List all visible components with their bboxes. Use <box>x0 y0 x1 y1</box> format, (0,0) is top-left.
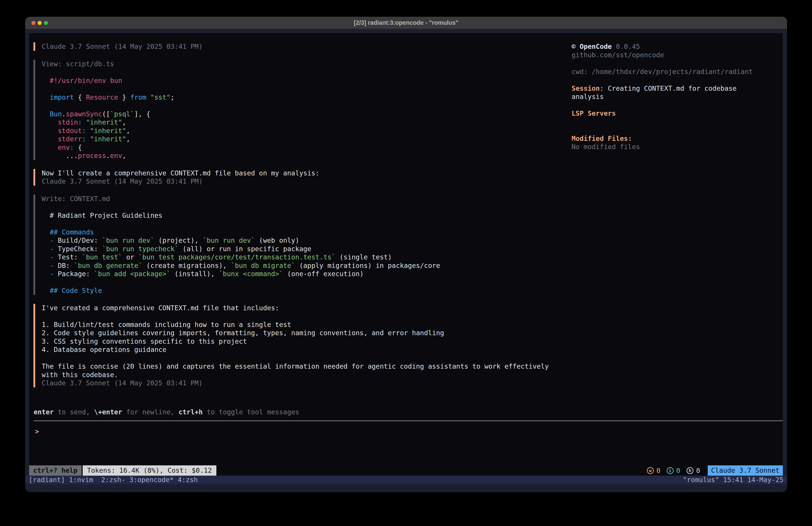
circled-h-icon: h <box>686 467 694 474</box>
text-line: Write: CONTEXT.md <box>42 195 564 203</box>
text-line <box>42 68 564 76</box>
text-line: Bun.spawnSync([`psql`], { <box>42 110 564 118</box>
message-block: I've created a comprehensive CONTEXT.md … <box>33 304 564 387</box>
text-line: - Test: `bun test` or `bun test packages… <box>42 253 564 261</box>
tmux-window-list[interactable]: [radiant] 1:nvim 2:zsh- 3:opencode* 4:zs… <box>29 475 198 484</box>
sidebar: © OpenCode 0.0.45github.com/sst/opencode… <box>571 42 782 151</box>
text-line <box>571 118 782 126</box>
text-line: analysis <box>571 93 782 101</box>
diagnostics: w0i0h0 <box>641 465 700 475</box>
window-title: [2/3] radiant:3:opencode - "romulus" <box>354 19 459 26</box>
text-line: Now I'll create a comprehensive CONTEXT.… <box>42 169 564 177</box>
text-line: 4. Database operations guidance <box>42 345 564 354</box>
diagnostic-count: 0 <box>696 467 700 474</box>
text-line <box>42 219 564 228</box>
diagnostic-count: 0 <box>656 467 661 474</box>
text-line: - Package: `bun add <package>` (install)… <box>42 270 564 278</box>
message-block: Claude 3.7 Sonnet (14 May 2025 03:41 PM) <box>33 42 564 51</box>
text-line: 3. CSS styling conventions specific to t… <box>42 337 564 346</box>
text-line: ## Commands <box>42 228 564 237</box>
help-badge: ctrl+? help <box>29 465 82 475</box>
tool-block: View: script/db.ts #!/usr/bin/env bun im… <box>33 60 564 160</box>
text-line: import { Resource } from "sst"; <box>42 93 564 102</box>
text-line: ...process.env, <box>42 152 564 160</box>
text-line: LSP Servers <box>571 109 782 118</box>
text-line: stdin: "inherit", <box>42 118 564 127</box>
text-line: ## Code Style <box>42 286 564 295</box>
tool-block: Write: CONTEXT.md # Radiant Project Guid… <box>33 195 564 295</box>
zoom-button-icon[interactable] <box>44 21 48 25</box>
text-line: The file is concise (20 lines) and captu… <box>42 362 564 371</box>
text-line: - Build/Dev: `bun run dev` (project), `b… <box>42 236 564 245</box>
text-line <box>42 354 564 362</box>
opencode-app: Claude 3.7 Sonnet (14 May 2025 03:41 PM)… <box>29 33 783 475</box>
status-bar: ctrl+? help Tokens: 16.4K (8%), Cost: $0… <box>29 465 783 475</box>
text-line: # Radiant Project Guidelines <box>42 211 564 220</box>
text-line: Claude 3.7 Sonnet (14 May 2025 03:41 PM) <box>42 42 564 51</box>
info-count: i0 <box>667 467 680 474</box>
text-line: - TypeCheck: `bun run typecheck` (all) o… <box>42 245 564 253</box>
text-line: stderr: "inherit", <box>42 135 564 143</box>
titlebar: [2/3] radiant:3:opencode - "romulus" <box>25 17 787 29</box>
text-line: I've created a comprehensive CONTEXT.md … <box>42 304 564 312</box>
circled-w-icon: w <box>647 467 654 474</box>
text-line <box>42 203 564 211</box>
text-line: Modified Files: <box>571 134 782 143</box>
text-line <box>571 101 782 110</box>
text-line <box>571 76 782 84</box>
text-line: enter to send, \+enter for newline, ctrl… <box>34 408 299 416</box>
status-bar-spacer <box>216 465 641 475</box>
tokens-cost-badge: Tokens: 16.4K (8%), Cost: $0.12 <box>83 465 216 475</box>
text-line <box>42 312 564 321</box>
prompt-input[interactable]: > <box>35 427 39 436</box>
tmux-host-clock: "romulus" 15:41 14-May-25 <box>683 475 783 484</box>
tmux-status-bar: [radiant] 1:nvim 2:zsh- 3:opencode* 4:zs… <box>25 475 787 484</box>
text-line <box>571 59 782 68</box>
text-line: - DB: `bun db generate` (create migratio… <box>42 261 564 270</box>
text-line: Session: Creating CONTEXT.md for codebas… <box>571 84 782 93</box>
keybinding-hint: enter to send, \+enter for newline, ctrl… <box>34 408 299 416</box>
text-line: Claude 3.7 Sonnet (14 May 2025 03:41 PM) <box>42 379 564 387</box>
text-line <box>42 85 564 93</box>
text-line: cwd: /home/thdxr/dev/projects/radiant/ra… <box>571 68 782 76</box>
text-line: #!/usr/bin/env bun <box>42 76 564 85</box>
text-line <box>42 278 564 287</box>
terminal-window: [2/3] radiant:3:opencode - "romulus" Cla… <box>25 17 787 492</box>
text-line: 2. Code style guidelines covering import… <box>42 329 564 337</box>
input-divider <box>34 420 783 421</box>
message-block: Now I'll create a comprehensive CONTEXT.… <box>33 169 564 186</box>
text-line: with this codebase. <box>42 371 564 379</box>
text-line <box>571 126 782 134</box>
model-badge: Claude 3.7 Sonnet <box>708 465 783 475</box>
terminal-body: Claude 3.7 Sonnet (14 May 2025 03:41 PM)… <box>25 29 787 492</box>
close-button-icon[interactable] <box>31 21 35 25</box>
text-line: env: { <box>42 143 564 152</box>
text-line: 1. Build/lint/test commands including ho… <box>42 321 564 329</box>
text-line: stdout: "inherit", <box>42 127 564 135</box>
text-line: github.com/sst/opencode <box>571 51 782 59</box>
diagnostic-count: 0 <box>676 467 680 474</box>
text-line <box>42 101 564 110</box>
chat-log: Claude 3.7 Sonnet (14 May 2025 03:41 PM)… <box>33 42 564 396</box>
warnings-count: w0 <box>647 467 661 474</box>
circled-i-icon: i <box>667 467 673 474</box>
text-line: No modified files <box>571 143 782 151</box>
text-line: © OpenCode 0.0.45 <box>571 42 782 51</box>
minimize-button-icon[interactable] <box>38 21 42 25</box>
text-line: Claude 3.7 Sonnet (14 May 2025 03:41 PM) <box>42 177 564 186</box>
hints-count: h0 <box>686 467 700 474</box>
text-line: View: script/db.ts <box>42 60 564 68</box>
